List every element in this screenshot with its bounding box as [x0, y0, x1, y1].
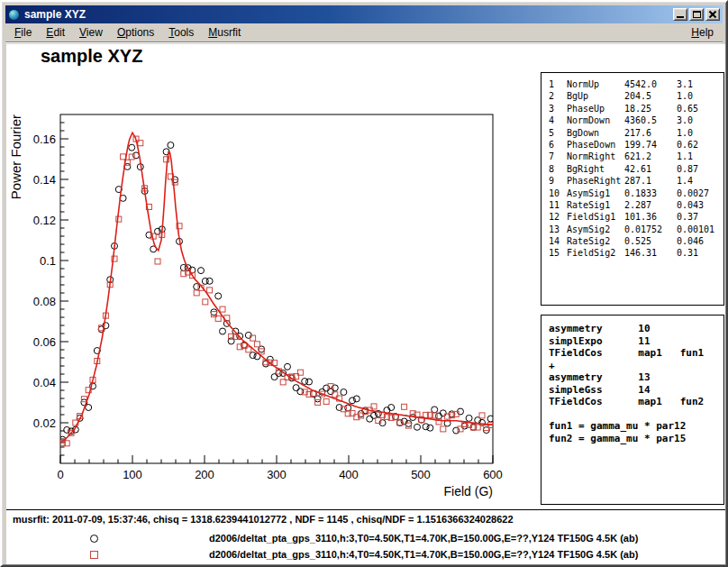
- plot-frame: [60, 114, 493, 463]
- theory-line: fun2 = gamma_mu * par15: [549, 433, 723, 445]
- menu-view[interactable]: View: [72, 24, 110, 41]
- param-num: 11: [549, 199, 567, 211]
- param-name: AsymSig1: [567, 187, 624, 199]
- param-row: 7NormRight621.21.1: [549, 151, 723, 162]
- parameter-box: 1NormUp4542.03.12BgUp204.51.03PhaseUp18.…: [541, 72, 724, 306]
- theory-line: asymmetry 10: [549, 323, 723, 335]
- maximize-button[interactable]: [689, 8, 704, 21]
- param-error: 0.043: [677, 199, 723, 211]
- menu-tools[interactable]: Tools: [161, 24, 201, 41]
- param-name: PhaseDown: [567, 139, 624, 151]
- legend-label: d2006/deltat_pta_gps_3110,h:3,T0=4.50K,T…: [209, 533, 638, 544]
- menu-file[interactable]: File: [7, 24, 39, 41]
- param-num: 14: [549, 235, 567, 247]
- param-row: 11RateSig12.2870.043: [549, 199, 723, 211]
- param-row: 4NormDown4360.53.0: [549, 114, 723, 126]
- theory-line: simpleGss 14: [549, 384, 723, 397]
- param-value: 199.74: [624, 139, 677, 151]
- param-error: 0.65: [677, 103, 723, 114]
- root-canvas[interactable]: sample XYZ 0100200300400500600Field (G)0…: [6, 44, 725, 564]
- legend-row: d2006/deltat_pta_gps_3110,h:4,T0=4.50K,T…: [6, 548, 725, 562]
- param-error: 3.1: [677, 78, 723, 90]
- param-name: BgUp: [567, 90, 624, 102]
- x-tick-label: 200: [195, 468, 214, 481]
- param-error: 0.31: [677, 247, 723, 259]
- menu-musrfit[interactable]: Musrfit: [201, 24, 248, 41]
- close-button[interactable]: [705, 8, 720, 21]
- param-row: 1NormUp4542.03.1: [549, 78, 723, 90]
- series-circle: [59, 142, 494, 444]
- menu-help[interactable]: Help: [684, 24, 721, 41]
- param-num: 2: [549, 90, 567, 102]
- param-row: 5BgDown217.61.0: [549, 127, 723, 139]
- theory-line: simplExpo 11: [549, 335, 723, 348]
- x-tick-label: 0: [57, 468, 63, 481]
- y-tick-label: 0.1: [40, 254, 56, 268]
- theory-line: TFieldCos map1 fun2: [549, 396, 723, 408]
- maximize-icon: [693, 11, 701, 18]
- param-row: 14RateSig20.5250.046: [549, 235, 723, 247]
- param-num: 5: [549, 127, 567, 139]
- param-value: 4360.5: [624, 114, 677, 126]
- param-row: 10AsymSig10.18330.0027: [549, 187, 723, 199]
- fit-line: [60, 133, 493, 443]
- param-error: 0.37: [677, 211, 723, 223]
- param-error: 1.0: [677, 127, 723, 139]
- menu-options[interactable]: Options: [110, 24, 161, 41]
- param-error: 0.62: [677, 139, 723, 151]
- param-value: 0.01752: [624, 224, 677, 235]
- param-value: 217.6: [624, 127, 677, 139]
- title-bar[interactable]: sample XYZ: [5, 5, 723, 23]
- param-num: 12: [549, 211, 567, 223]
- legend-label: d2006/deltat_pta_gps_3110,h:4,T0=4.50K,T…: [209, 549, 638, 560]
- param-name: RateSig2: [567, 235, 624, 247]
- param-num: 3: [549, 103, 567, 114]
- param-row: 8BgRight42.610.87: [549, 163, 723, 175]
- y-tick-label: 0.12: [33, 214, 56, 227]
- param-value: 2.287: [624, 199, 677, 211]
- theory-box: asymmetry 10simplExpo 11TFieldCos map1 f…: [541, 315, 724, 505]
- param-num: 13: [549, 224, 567, 235]
- param-error: 0.00101: [677, 224, 723, 235]
- legend-row: d2006/deltat_pta_gps_3110,h:3,T0=4.50K,T…: [6, 532, 725, 546]
- param-name: FieldSig1: [567, 211, 624, 223]
- param-error: 0.87: [677, 163, 723, 175]
- app-window: sample XYZ FileEditViewOptionsToolsMusrf…: [0, 0, 728, 567]
- x-axis-title: Field (G): [444, 484, 493, 498]
- data-series: [59, 136, 494, 446]
- minimize-button[interactable]: [673, 8, 687, 21]
- param-name: PhaseUp: [567, 103, 624, 114]
- param-num: 7: [549, 151, 567, 162]
- param-row: 12FieldSig1101.360.37: [549, 211, 723, 223]
- param-error: 3.0: [677, 114, 723, 126]
- param-num: 10: [549, 187, 567, 199]
- close-icon: [708, 11, 717, 19]
- x-tick-label: 400: [339, 468, 359, 481]
- menu-edit[interactable]: Edit: [39, 24, 72, 41]
- param-error: 1.1: [677, 151, 723, 162]
- square-marker-icon: [90, 551, 98, 559]
- x-tick-label: 300: [267, 468, 287, 481]
- menu-bar: FileEditViewOptionsToolsMusrfit Help: [5, 23, 723, 42]
- param-name: FieldSig2: [567, 247, 624, 259]
- param-name: NormUp: [567, 78, 624, 90]
- theory-line: fun1 = gamma_mu * par12: [549, 420, 723, 433]
- param-name: AsymSig2: [567, 224, 624, 235]
- param-num: 15: [549, 247, 567, 259]
- fit-stats: musrfit: 2011-07-09, 15:37:46, chisq = 1…: [13, 514, 514, 525]
- menu-items: FileEditViewOptionsToolsMusrfit: [7, 24, 248, 41]
- y-tick-label: 0.06: [33, 335, 56, 349]
- param-error: 1.0: [677, 90, 723, 102]
- y-tick-label: 0.08: [33, 295, 56, 308]
- param-name: NormRight: [567, 151, 624, 162]
- circle-marker-icon: [90, 535, 98, 543]
- param-row: 3PhaseUp18.250.65: [549, 103, 723, 114]
- param-error: 1.4: [677, 175, 723, 187]
- param-name: NormDown: [567, 114, 624, 126]
- param-value: 4542.0: [624, 78, 677, 90]
- param-value: 101.36: [624, 211, 677, 223]
- y-axis: 0.020.040.060.080.10.120.140.16Power Fou…: [8, 114, 68, 455]
- param-value: 0.525: [624, 235, 677, 247]
- x-axis: 0100200300400500600Field (G): [57, 455, 502, 498]
- param-num: 8: [549, 163, 567, 175]
